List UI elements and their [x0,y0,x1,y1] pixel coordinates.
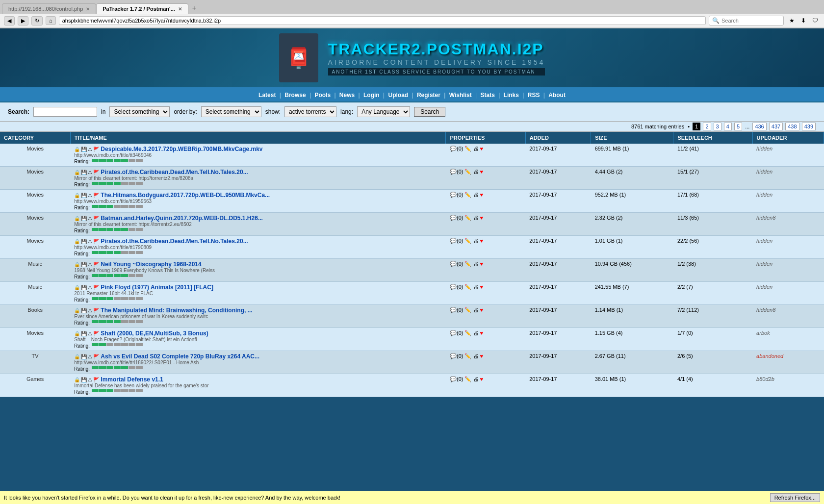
torrent-dl-icon[interactable]: 💾 [81,262,87,267]
title-link[interactable]: Batman.and.Harley.Quinn.2017.720p.WEB-DL… [101,215,263,222]
print-icon[interactable]: 🖨 [473,376,479,382]
browser-search-box[interactable]: 🔍 [709,16,784,25]
title-link[interactable]: Pirates.of.the.Caribbean.Dead.Men.Tell.N… [101,169,248,176]
shield-icon[interactable]: 🛡 [810,16,820,25]
back-button[interactable]: ◀ [4,16,15,25]
nav-upload[interactable]: Upload [388,92,408,99]
tab-2-close[interactable]: ✕ [178,6,182,12]
heart-icon[interactable]: ♥ [480,192,484,198]
edit-icon[interactable]: ✏️ [464,261,471,267]
print-icon[interactable]: 🖨 [473,330,479,336]
print-icon[interactable]: 🖨 [473,284,479,290]
heart-icon[interactable]: ♥ [480,146,484,151]
print-icon[interactable]: 🖨 [473,215,479,221]
nav-about[interactable]: About [548,92,566,99]
page-436[interactable]: 436 [752,123,766,130]
print-icon[interactable]: 🖨 [473,169,479,175]
heart-icon[interactable]: ♥ [480,330,484,336]
torrent-dl-icon[interactable]: 💾 [81,170,87,175]
print-icon[interactable]: 🖨 [473,192,479,198]
tab-1-close[interactable]: ✕ [86,6,90,12]
comment-icon[interactable]: 💬 [450,284,457,290]
edit-icon[interactable]: ✏️ [464,238,471,244]
torrent-dl-icon[interactable]: 💾 [81,147,87,152]
tab-2[interactable]: PaTracker 1.7.2 / Postman'... ✕ [96,3,188,14]
title-link[interactable]: Neil Young ~Discography 1968-2014 [101,261,201,268]
heart-icon[interactable]: ♥ [480,353,484,359]
nav-rss[interactable]: RSS [528,92,540,99]
title-link[interactable]: Ash vs Evil Dead S02 Complete 720p BluRa… [101,353,259,360]
heart-icon[interactable]: ♥ [480,169,484,175]
bookmark-icon[interactable]: ★ [787,16,797,25]
address-input[interactable] [62,18,702,24]
comment-icon[interactable]: 💬 [450,261,457,267]
page-3[interactable]: 3 [714,123,721,130]
print-icon[interactable]: 🖨 [473,353,479,359]
title-link[interactable]: Immortal Defense v1.1 [101,376,163,383]
torrent-dl-icon[interactable]: 💾 [81,331,87,336]
page-5[interactable]: 5 [734,123,742,130]
page-438[interactable]: 438 [785,123,799,130]
heart-icon[interactable]: ♥ [480,261,484,267]
page-1[interactable]: 1 [693,123,700,130]
edit-icon[interactable]: ✏️ [464,146,471,151]
comment-icon[interactable]: 💬 [450,307,457,313]
title-link[interactable]: Pink Floyd (1977) Animals [2011] [FLAC] [101,284,213,291]
heart-icon[interactable]: ♥ [480,284,484,290]
comment-icon[interactable]: 💬 [450,238,457,244]
page-439[interactable]: 439 [802,123,816,130]
forward-button[interactable]: ▶ [18,16,28,25]
torrent-dl-icon[interactable]: 💾 [81,239,87,244]
address-bar[interactable] [59,16,706,25]
torrent-dl-icon[interactable]: 💾 [81,377,87,382]
nav-register[interactable]: Register [417,92,440,99]
browser-search-input[interactable] [721,18,780,24]
torrent-dl-icon[interactable]: 💾 [81,308,87,313]
in-select[interactable]: Select something [109,106,170,117]
print-icon[interactable]: 🖨 [473,307,479,313]
nav-links[interactable]: Links [504,92,519,99]
torrent-dl-icon[interactable]: 💾 [81,216,87,221]
print-icon[interactable]: 🖨 [473,146,479,151]
comment-icon[interactable]: 💬 [450,376,457,382]
edit-icon[interactable]: ✏️ [464,192,471,198]
title-link[interactable]: The Manipulated Mind: Brainwashing, Cond… [101,307,252,314]
torrent-dl-icon[interactable]: 💾 [81,285,87,290]
comment-icon[interactable]: 💬 [450,330,457,336]
edit-icon[interactable]: ✏️ [464,169,471,175]
nav-latest[interactable]: Latest [258,92,276,99]
edit-icon[interactable]: ✏️ [464,307,471,313]
page-4[interactable]: 4 [724,123,732,130]
torrent-dl-icon[interactable]: 💾 [81,354,87,359]
search-button[interactable]: Search [414,107,445,117]
order-select[interactable]: Select something [201,106,261,117]
comment-icon[interactable]: 💬 [450,146,457,151]
nav-news[interactable]: News [339,92,355,99]
edit-icon[interactable]: ✏️ [464,215,471,221]
comment-icon[interactable]: 💬 [450,169,457,175]
heart-icon[interactable]: ♥ [480,376,484,382]
nav-stats[interactable]: Stats [480,92,494,99]
comment-icon[interactable]: 💬 [450,353,457,359]
comment-icon[interactable]: 💬 [450,192,457,198]
lang-select[interactable]: Any Language [357,106,410,117]
page-2[interactable]: 2 [703,123,711,130]
edit-icon[interactable]: ✏️ [464,284,471,290]
comment-icon[interactable]: 💬 [450,215,457,221]
search-input[interactable] [33,107,97,117]
print-icon[interactable]: 🖨 [473,238,479,244]
heart-icon[interactable]: ♥ [480,307,484,313]
show-select[interactable]: active torrents [284,106,336,117]
title-link[interactable]: The.Hitmans.Bodyguard.2017.720p.WEB-DL.9… [101,192,270,199]
nav-browse[interactable]: Browse [284,92,306,99]
nav-wishlist[interactable]: Wishlist [449,92,472,99]
title-link[interactable]: Shaft (2000, DE,EN,MultiSub, 3 Bonus) [101,330,208,337]
new-tab-button[interactable]: + [188,2,200,14]
heart-icon[interactable]: ♥ [480,215,484,221]
edit-icon[interactable]: ✏️ [464,353,471,359]
heart-icon[interactable]: ♥ [480,238,484,244]
title-link[interactable]: Despicable.Me.3.2017.720p.WEBRip.700MB.M… [101,146,262,152]
torrent-dl-icon[interactable]: 💾 [81,193,87,198]
reload-button[interactable]: ↻ [31,16,43,25]
download-icon[interactable]: ⬇ [798,16,808,25]
